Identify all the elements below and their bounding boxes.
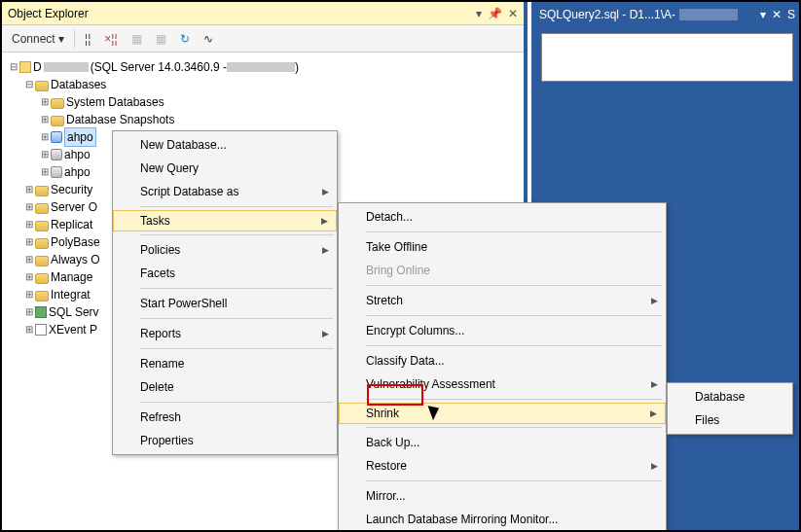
tree-databases[interactable]: ⊟Databases [6,76,520,93]
panel-title: Object Explorer [8,7,89,20]
menu-detach[interactable]: Detach... [339,205,666,229]
submenu-shrink: Database Files [667,382,793,435]
menu-delete[interactable]: Delete [113,375,337,399]
tree-sysdb[interactable]: ⊞System Databases [6,93,520,111]
menu-refresh[interactable]: Refresh [113,406,337,429]
context-menu-database: New Database... New Query Script Databas… [112,130,338,455]
activity-icon[interactable]: ∿ [198,30,219,48]
dropdown-icon[interactable]: ▾ [476,7,482,20]
document-tab-label: SQLQuery2.sql - D1...1\A- [539,8,675,21]
menu-restore[interactable]: Restore [339,454,666,478]
submenu-tasks: Detach... Take Offline Bring Online Stre… [338,202,667,532]
document-tab[interactable]: SQLQuery2.sql - D1...1\A- ▾ ✕ S [531,2,799,27]
menu-mirror[interactable]: Mirror... [339,484,666,508]
tab-close-icon[interactable]: ✕ [772,8,782,21]
tree-server[interactable]: ⊟D (SQL Server 14.0.3460.9 - ) [6,58,520,76]
tab-dropdown-icon[interactable]: ▾ [760,8,766,21]
menu-shrink-database[interactable]: Database [668,385,792,408]
menu-properties[interactable]: Properties [113,429,337,452]
menu-bring-online: Bring Online [339,259,666,282]
menu-stretch[interactable]: Stretch [339,289,666,312]
tab-s-icon[interactable]: S [787,8,795,21]
menu-vulnerability-assessment[interactable]: Vulnerability Assessment [339,372,666,396]
menu-shrink-files[interactable]: Files [668,408,792,432]
connect-button[interactable]: Connect ▾ [6,30,70,48]
menu-new-database[interactable]: New Database... [113,133,337,157]
menu-take-offline[interactable]: Take Offline [339,235,666,259]
menu-classify-data[interactable]: Classify Data... [339,349,666,372]
menu-policies[interactable]: Policies [113,238,337,262]
redacted-text [679,9,738,20]
menu-encrypt-columns[interactable]: Encrypt Columns... [339,319,666,342]
menu-facets[interactable]: Facets [113,262,337,285]
menu-launch-mirroring-monitor[interactable]: Launch Database Mirroring Monitor... [339,508,666,531]
refresh-icon[interactable]: ↻ [174,30,196,48]
menu-reports[interactable]: Reports [113,322,337,345]
menu-rename[interactable]: Rename [113,352,337,375]
tree-snapshots[interactable]: ⊞Database Snapshots [6,111,520,128]
menu-new-query[interactable]: New Query [113,157,337,180]
query-editor[interactable] [541,33,793,82]
menu-start-powershell[interactable]: Start PowerShell [113,292,337,315]
menu-shrink[interactable]: Shrink [339,403,666,424]
panel-titlebar: Object Explorer ▾ 📌 ✕ [2,2,524,25]
close-icon[interactable]: ✕ [508,7,518,20]
pin-icon[interactable]: 📌 [488,7,502,20]
stop-icon[interactable]: ×¦¦ [98,30,123,48]
disconnect-icon[interactable]: ¦¦ [79,30,96,48]
menu-back-up[interactable]: Back Up... [339,431,666,454]
filter-icon: ▦ [126,30,148,48]
menu-tasks[interactable]: Tasks [113,210,337,231]
filter2-icon: ▦ [150,30,172,48]
toolbar: Connect ▾ ¦¦ ×¦¦ ▦ ▦ ↻ ∿ [2,25,524,53]
menu-script-database-as[interactable]: Script Database as [113,180,337,203]
